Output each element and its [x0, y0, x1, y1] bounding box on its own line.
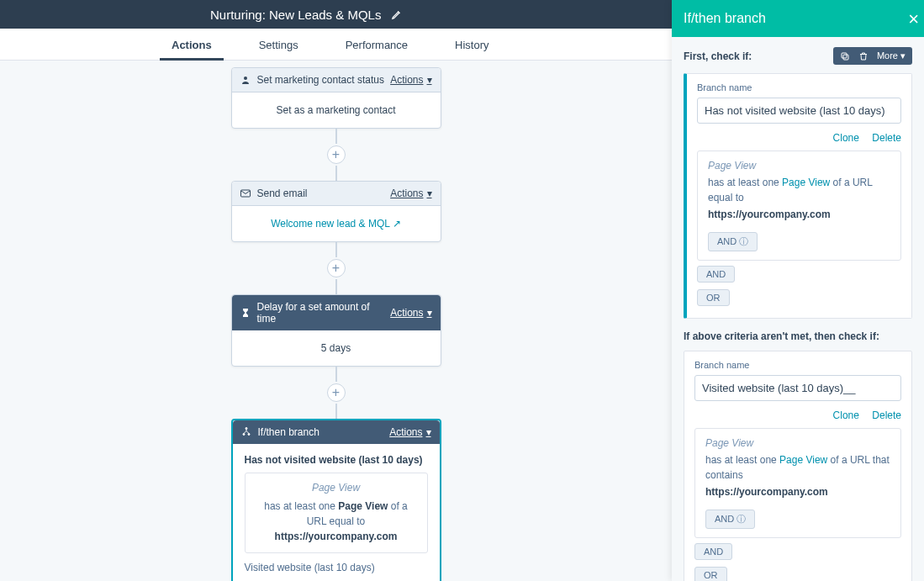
- filter-property-link[interactable]: Page View: [779, 454, 827, 466]
- copy-icon[interactable]: [840, 51, 850, 61]
- filter-card[interactable]: Page View has at least one Page View of …: [697, 151, 901, 261]
- branch-actions: Clone Delete: [697, 132, 901, 144]
- chevron-down-icon: ▾: [427, 188, 432, 199]
- criteria-category: Page View: [256, 482, 417, 494]
- branch-name-input[interactable]: [694, 375, 901, 401]
- criteria-summary: Page View has at least one Page View of …: [245, 473, 428, 553]
- filter-condition: has at least one Page View of a URL equa…: [708, 175, 890, 205]
- close-icon[interactable]: ×: [908, 8, 919, 30]
- node-actions-menu[interactable]: Actions▾: [390, 188, 431, 199]
- and-inside-pill[interactable]: AND: [708, 232, 758, 251]
- node-body: 5 days: [232, 330, 441, 366]
- external-link-icon: ↗: [393, 218, 401, 230]
- branch-2-label: Visited website (last 10 days): [245, 562, 428, 573]
- more-menu[interactable]: More ▾: [877, 50, 906, 61]
- branch-icon: [241, 427, 253, 437]
- svg-rect-6: [842, 53, 847, 58]
- connector: [335, 404, 337, 419]
- email-link[interactable]: Welcome new lead & MQL ↗: [271, 218, 401, 230]
- filter-condition: has at least one Page View of a URL that…: [705, 452, 890, 483]
- svg-point-0: [244, 77, 247, 80]
- tab-settings[interactable]: Settings: [247, 39, 310, 60]
- branch-name-input[interactable]: [697, 98, 901, 124]
- criteria-condition: has at least one Page View of a URL equa…: [256, 499, 417, 544]
- node-actions-menu[interactable]: Actions▾: [390, 74, 431, 86]
- connector: [335, 367, 337, 382]
- node-body: Set as a marketing contact: [232, 92, 441, 128]
- svg-point-3: [243, 434, 245, 436]
- svg-rect-5: [843, 55, 848, 60]
- chevron-down-icon: ▾: [427, 307, 432, 319]
- node-send-email[interactable]: Send email Actions▾ Welcome new lead & M…: [231, 181, 441, 242]
- tab-performance[interactable]: Performance: [334, 39, 420, 60]
- node-body: Welcome new lead & MQL ↗: [232, 206, 441, 241]
- node-delay[interactable]: Delay for a set amount of time Actions▾ …: [231, 294, 441, 367]
- branch-toolbar: More ▾: [833, 47, 912, 65]
- add-action-button[interactable]: +: [327, 259, 346, 277]
- node-header: Set marketing contact status Actions▾: [232, 68, 441, 92]
- node-actions-menu[interactable]: Actions▾: [390, 307, 431, 319]
- clone-link[interactable]: Clone: [833, 409, 859, 421]
- node-title: Delay for a set amount of time: [257, 301, 391, 325]
- workflow-canvas[interactable]: Set marketing contact status Actions▾ Se…: [0, 61, 672, 581]
- node-title: Send email: [257, 188, 391, 199]
- node-header: If/then branch Actions▾: [233, 420, 440, 444]
- filter-url: https://yourcompany.com: [705, 486, 890, 498]
- clone-link[interactable]: Clone: [833, 132, 859, 144]
- or-pill[interactable]: OR: [697, 289, 730, 306]
- node-body: Has not visited website (last 10 days) P…: [233, 444, 440, 581]
- branch-block-2: Branch name Clone Delete Page View has a…: [684, 351, 912, 581]
- second-check-label: If above criteria aren't met, then check…: [684, 330, 912, 342]
- and-inside-pill[interactable]: AND: [705, 510, 755, 529]
- or-pill[interactable]: OR: [694, 567, 727, 581]
- connector: [335, 129, 337, 144]
- branch-1-label: Has not visited website (last 10 days): [245, 454, 428, 466]
- tab-history[interactable]: History: [443, 39, 500, 60]
- node-set-marketing-status[interactable]: Set marketing contact status Actions▾ Se…: [231, 67, 441, 129]
- filter-property-link[interactable]: Page View: [782, 177, 830, 188]
- hourglass-icon: [240, 308, 252, 318]
- node-title: Set marketing contact status: [257, 74, 391, 86]
- svg-point-4: [248, 434, 250, 436]
- side-panel: If/then branch × First, check if: More ▾…: [672, 0, 924, 581]
- node-if-then-branch[interactable]: If/then branch Actions▾ Has not visited …: [231, 419, 441, 581]
- filter-url: https://yourcompany.com: [708, 209, 890, 220]
- connector: [335, 166, 337, 181]
- filter-category: Page View: [705, 437, 890, 449]
- panel-body: First, check if: More ▾ Branch name Clon…: [672, 37, 924, 581]
- add-action-button[interactable]: +: [327, 145, 346, 164]
- delete-link[interactable]: Delete: [872, 409, 901, 421]
- user-icon: [240, 75, 252, 85]
- chevron-down-icon: ▾: [427, 74, 432, 86]
- panel-header: If/then branch ×: [672, 0, 924, 37]
- flow-column: Set marketing contact status Actions▾ Se…: [227, 67, 446, 581]
- node-header: Send email Actions▾: [232, 182, 441, 206]
- branch-name-label: Branch name: [697, 82, 901, 92]
- node-title: If/then branch: [258, 426, 390, 438]
- workflow-title: Nurturing: New Leads & MQLs: [210, 8, 381, 22]
- node-header: Delay for a set amount of time Actions▾: [232, 295, 441, 330]
- mail-icon: [240, 189, 252, 198]
- branch-block-1: Branch name Clone Delete Page View has a…: [684, 73, 912, 319]
- filter-category: Page View: [708, 160, 890, 172]
- chevron-down-icon: ▾: [426, 426, 431, 438]
- pencil-icon[interactable]: [391, 8, 403, 20]
- trash-icon[interactable]: [858, 51, 869, 61]
- panel-title: If/then branch: [684, 11, 766, 26]
- branch-actions: Clone Delete: [694, 409, 901, 421]
- connector: [335, 279, 337, 294]
- filter-card[interactable]: Page View has at least one Page View of …: [694, 428, 901, 538]
- and-pill[interactable]: AND: [697, 266, 735, 283]
- first-check-label: First, check if:: [684, 50, 833, 62]
- delete-link[interactable]: Delete: [872, 132, 901, 144]
- tab-actions[interactable]: Actions: [160, 39, 224, 60]
- connector: [335, 242, 337, 257]
- branch-name-label: Branch name: [694, 360, 901, 370]
- svg-point-2: [246, 428, 247, 430]
- and-pill[interactable]: AND: [694, 543, 732, 560]
- add-action-button[interactable]: +: [327, 383, 346, 402]
- node-actions-menu[interactable]: Actions▾: [389, 426, 430, 438]
